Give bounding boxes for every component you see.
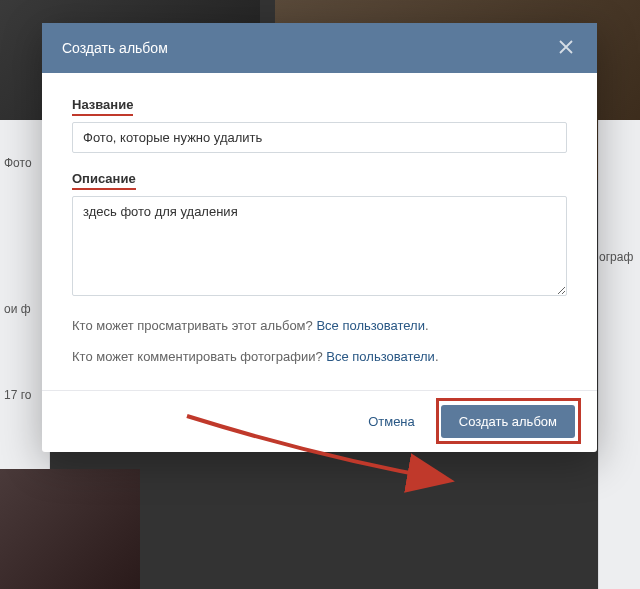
modal-title: Создать альбом xyxy=(62,40,168,56)
privacy-view-row: Кто может просматривать этот альбом? Все… xyxy=(72,316,567,337)
album-name-input[interactable] xyxy=(72,122,567,153)
modal-header: Создать альбом xyxy=(42,23,597,73)
privacy-suffix: . xyxy=(425,318,429,333)
privacy-comment-question: Кто может комментировать фотографии? xyxy=(72,349,326,364)
bg-right-panel: ограф xyxy=(598,120,640,589)
bg-photo-thumb xyxy=(0,469,140,589)
bg-label: ограф xyxy=(599,120,640,264)
modal-body: Название Описание Кто может просматриват… xyxy=(42,73,597,390)
description-label: Описание xyxy=(72,171,136,188)
create-album-button[interactable]: Создать альбом xyxy=(441,405,575,438)
privacy-view-question: Кто может просматривать этот альбом? xyxy=(72,318,316,333)
close-icon[interactable] xyxy=(555,37,577,59)
name-label: Название xyxy=(72,97,133,114)
privacy-suffix: . xyxy=(435,349,439,364)
cancel-button[interactable]: Отмена xyxy=(356,406,427,437)
album-description-textarea[interactable] xyxy=(72,196,567,296)
privacy-view-link[interactable]: Все пользователи xyxy=(316,318,425,333)
modal-footer: Отмена Создать альбом xyxy=(42,390,597,452)
privacy-comment-row: Кто может комментировать фотографии? Все… xyxy=(72,347,567,368)
privacy-comment-link[interactable]: Все пользователи xyxy=(326,349,435,364)
create-album-modal: Создать альбом Название Описание Кто мож… xyxy=(42,23,597,452)
